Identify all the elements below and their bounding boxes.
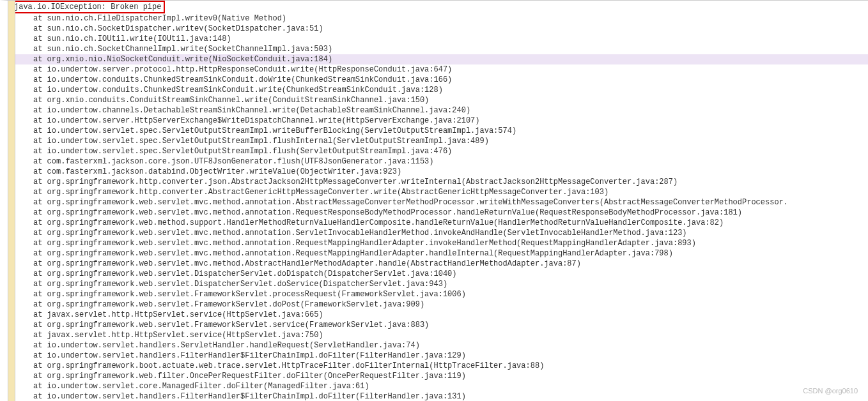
- stack-line: at sun.nio.ch.FileDispatcherImpl.writev0…: [10, 13, 868, 24]
- stack-line: at io.undertow.server.HttpServerExchange…: [10, 116, 868, 126]
- stack-line: at org.springframework.web.servlet.Frame…: [10, 320, 868, 330]
- stack-line: at org.springframework.web.servlet.mvc.m…: [10, 197, 868, 208]
- stack-line: at org.springframework.web.servlet.mvc.m…: [10, 248, 868, 259]
- stack-line: at org.springframework.web.servlet.Frame…: [10, 289, 868, 299]
- stack-line: at sun.nio.ch.SocketDispatcher.writev(So…: [10, 24, 868, 34]
- stack-line: at sun.nio.ch.SocketChannelImpl.write(So…: [10, 44, 868, 54]
- stack-line: at org.springframework.web.servlet.mvc.m…: [10, 238, 868, 248]
- stack-line: at com.fasterxml.jackson.databind.Object…: [10, 167, 868, 177]
- stack-line: at org.springframework.web.servlet.Dispa…: [10, 279, 868, 289]
- stack-line: at io.undertow.conduits.ChunkedStreamSin…: [10, 85, 868, 95]
- stack-line: at io.undertow.servlet.spec.ServletOutpu…: [10, 136, 868, 146]
- stack-line: at org.springframework.web.servlet.mvc.m…: [10, 208, 868, 218]
- stack-line: at io.undertow.servlet.spec.ServletOutpu…: [10, 126, 868, 136]
- stack-line: at io.undertow.servlet.core.ManagedFilte…: [10, 381, 868, 391]
- watermark: CSDN @org0610: [803, 387, 858, 395]
- stack-line: at org.springframework.web.servlet.mvc.m…: [10, 228, 868, 238]
- stack-lines: at sun.nio.ch.FileDispatcherImpl.writev0…: [10, 13, 868, 401]
- gutter-bar: [8, 1, 15, 401]
- stack-line: at io.undertow.channels.DetachableStream…: [10, 105, 868, 116]
- exception-message: java.io.IOException: Broken pipe: [10, 1, 165, 13]
- stack-line: at org.springframework.web.method.suppor…: [10, 218, 868, 228]
- stack-line: at org.xnio.conduits.ConduitStreamSinkCh…: [10, 95, 868, 105]
- exception-header-row: java.io.IOException: Broken pipe: [10, 1, 868, 13]
- stack-line: at sun.nio.ch.IOUtil.write(IOUtil.java:1…: [10, 34, 868, 44]
- stack-line: at io.undertow.servlet.handlers.FilterHa…: [10, 351, 868, 361]
- stack-line: at io.undertow.server.protocol.http.Http…: [10, 64, 868, 75]
- stack-line: at org.springframework.boot.actuate.web.…: [10, 361, 868, 371]
- stack-line: at io.undertow.conduits.ChunkedStreamSin…: [10, 75, 868, 85]
- stacktrace-content: java.io.IOException: Broken pipe at sun.…: [8, 1, 868, 401]
- stack-line: at io.undertow.servlet.spec.ServletOutpu…: [10, 146, 868, 156]
- stack-line: at org.springframework.web.filter.OncePe…: [10, 371, 868, 381]
- stack-line: at javax.servlet.http.HttpServlet.servic…: [10, 310, 868, 320]
- stack-line: at org.springframework.web.servlet.mvc.m…: [10, 259, 868, 269]
- stack-line: at org.springframework.web.servlet.Frame…: [10, 299, 868, 310]
- stack-line: at org.springframework.http.converter.Ab…: [10, 187, 868, 197]
- stack-line: at javax.servlet.http.HttpServlet.servic…: [10, 330, 868, 340]
- stack-line: at com.fasterxml.jackson.core.json.UTF8J…: [10, 156, 868, 167]
- stack-line: at io.undertow.servlet.handlers.ServletH…: [10, 340, 868, 351]
- stack-line: at org.springframework.web.servlet.Dispa…: [10, 269, 868, 279]
- stacktrace-panel: java.io.IOException: Broken pipe at sun.…: [0, 0, 868, 401]
- stack-line: at org.springframework.http.converter.js…: [10, 177, 868, 187]
- stack-line: at io.undertow.servlet.handlers.FilterHa…: [10, 391, 868, 401]
- stack-line: at org.xnio.nio.NioSocketConduit.write(N…: [10, 54, 868, 64]
